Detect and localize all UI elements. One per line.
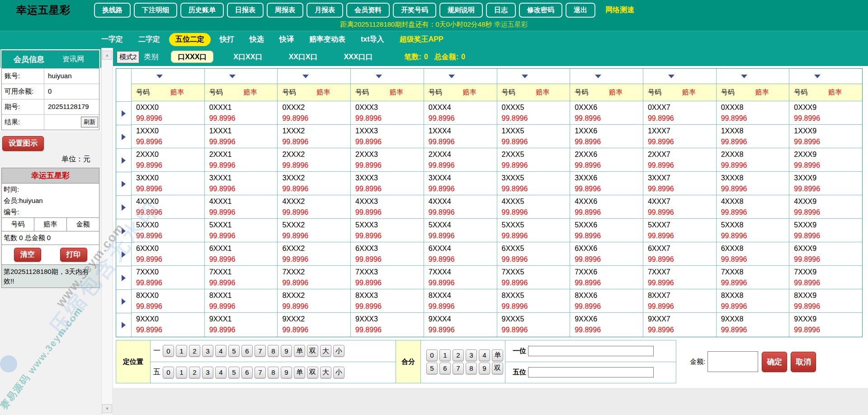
- odds-cell-8XXX9[interactable]: 8XXX999.8996: [789, 289, 862, 313]
- row-select-cell[interactable]: [116, 243, 131, 266]
- row-select-cell[interactable]: [116, 125, 131, 149]
- pick-button-五-2[interactable]: 2: [189, 367, 200, 378]
- odds-cell-1XXX8[interactable]: 1XXX899.8996: [717, 125, 789, 148]
- odds-cell-0XXX3[interactable]: 0XXX399.8996: [351, 101, 424, 125]
- pick-button-五-大[interactable]: 大: [320, 367, 331, 378]
- odds-cell-3XXX4[interactable]: 3XXX499.8996: [424, 172, 497, 195]
- odds-cell-9XXX3[interactable]: 9XXX399.8996: [351, 313, 424, 336]
- pick-button-一-7[interactable]: 7: [255, 345, 266, 357]
- set-image-button[interactable]: 设置图示: [2, 136, 44, 151]
- pick-button-五-单[interactable]: 单: [294, 367, 305, 378]
- odds-cell-8XXX4[interactable]: 8XXX499.8996: [424, 289, 497, 313]
- odds-cell-8XXX3[interactable]: 8XXX399.8996: [351, 289, 424, 313]
- odds-cell-7XXX3[interactable]: 7XXX399.8996: [351, 266, 424, 289]
- odds-cell-8XXX6[interactable]: 8XXX699.8996: [570, 289, 643, 313]
- nav-button-开奖号码[interactable]: 开奖号码: [393, 3, 436, 18]
- row-select-cell[interactable]: [116, 196, 131, 219]
- odds-cell-9XXX7[interactable]: 9XXX799.8996: [643, 313, 716, 336]
- pick-button-一-单[interactable]: 单: [294, 345, 305, 357]
- nav-button-日志[interactable]: 日志: [486, 3, 516, 18]
- odds-cell-3XXX2[interactable]: 3XXX299.8996: [278, 172, 350, 195]
- odds-cell-2XXX1[interactable]: 2XXX199.8996: [205, 148, 278, 172]
- odds-cell-7XXX7[interactable]: 7XXX799.8996: [643, 266, 716, 289]
- odds-cell-9XXX8[interactable]: 9XXX899.8996: [717, 313, 789, 336]
- pick-button-五-9[interactable]: 9: [281, 367, 292, 378]
- odds-cell-7XXX8[interactable]: 7XXX899.8996: [717, 266, 789, 289]
- odds-cell-4XXX0[interactable]: 4XXX099.8996: [132, 195, 204, 219]
- odds-cell-6XXX2[interactable]: 6XXX299.8996: [278, 242, 350, 266]
- odds-cell-1XXX6[interactable]: 1XXX699.8996: [570, 125, 643, 148]
- cancel-button[interactable]: 取消: [791, 352, 816, 372]
- sum-button-单[interactable]: 单: [492, 349, 503, 361]
- odds-cell-6XXX4[interactable]: 6XXX499.8996: [424, 242, 497, 266]
- odds-cell-6XXX0[interactable]: 6XXX099.8996: [132, 242, 204, 266]
- odds-cell-2XXX9[interactable]: 2XXX999.8996: [789, 148, 862, 172]
- odds-cell-6XXX9[interactable]: 6XXX999.8996: [789, 242, 862, 266]
- confirm-button[interactable]: 确定: [762, 352, 787, 372]
- odds-cell-5XXX2[interactable]: 5XXX299.8996: [278, 219, 350, 242]
- pick-button-五-7[interactable]: 7: [255, 367, 266, 378]
- nav-button-换线路[interactable]: 换线路: [94, 3, 131, 18]
- odds-cell-2XXX5[interactable]: 2XXX599.8996: [497, 148, 570, 172]
- pick-button-一-8[interactable]: 8: [268, 345, 279, 357]
- odds-cell-1XXX0[interactable]: 1XXX099.8996: [132, 125, 204, 148]
- category-tab-XXX口口[interactable]: XXX口口: [337, 51, 379, 62]
- tab-快译[interactable]: 快译: [273, 33, 300, 46]
- column-dropdown[interactable]: [717, 69, 789, 84]
- nav-button-下注明细[interactable]: 下注明细: [134, 3, 177, 18]
- mode-button[interactable]: 模式2: [117, 51, 139, 63]
- odds-cell-8XXX1[interactable]: 8XXX199.8996: [205, 289, 278, 313]
- odds-cell-3XXX0[interactable]: 3XXX099.8996: [132, 172, 204, 195]
- nav-button-修改密码[interactable]: 修改密码: [519, 3, 562, 18]
- sum-button-4[interactable]: 4: [479, 349, 490, 361]
- odds-cell-3XXX6[interactable]: 3XXX699.8996: [570, 172, 643, 195]
- tab-txt导入[interactable]: txt导入: [354, 33, 391, 46]
- odds-cell-6XXX6[interactable]: 6XXX699.8996: [570, 242, 643, 266]
- odds-cell-0XXX4[interactable]: 0XXX499.8996: [424, 101, 497, 125]
- column-dropdown[interactable]: [351, 69, 424, 84]
- nav-button-历史账单[interactable]: 历史账单: [180, 3, 224, 18]
- odds-cell-3XXX3[interactable]: 3XXX399.8996: [351, 172, 424, 195]
- odds-cell-0XXX5[interactable]: 0XXX599.8996: [497, 101, 570, 125]
- row-select-cell[interactable]: [116, 219, 131, 243]
- odds-cell-5XXX1[interactable]: 5XXX199.8996: [205, 219, 278, 242]
- pick-button-五-8[interactable]: 8: [268, 367, 279, 378]
- sum-button-1[interactable]: 1: [439, 349, 451, 361]
- sum-button-5[interactable]: 5: [426, 363, 438, 374]
- refresh-button[interactable]: 刷新: [81, 117, 98, 127]
- pick-button-五-小[interactable]: 小: [333, 367, 344, 378]
- odds-cell-9XXX9[interactable]: 9XXX999.8996: [789, 313, 862, 336]
- odds-cell-8XXX5[interactable]: 8XXX599.8996: [497, 289, 570, 313]
- sum-button-8[interactable]: 8: [466, 363, 477, 374]
- pick-button-一-5[interactable]: 5: [228, 345, 240, 357]
- odds-cell-6XXX5[interactable]: 6XXX599.8996: [497, 242, 570, 266]
- odds-cell-8XXX0[interactable]: 8XXX099.8996: [132, 289, 204, 313]
- odds-cell-7XXX9[interactable]: 7XXX999.8996: [789, 266, 862, 289]
- pick-button-一-3[interactable]: 3: [202, 345, 213, 357]
- odds-cell-7XXX6[interactable]: 7XXX699.8996: [570, 266, 643, 289]
- odds-cell-4XXX2[interactable]: 4XXX299.8996: [278, 195, 350, 219]
- column-dropdown[interactable]: [205, 69, 278, 84]
- row-select-cell[interactable]: [116, 313, 131, 337]
- odds-cell-5XXX5[interactable]: 5XXX599.8996: [497, 219, 570, 242]
- row-select-cell[interactable]: [116, 149, 131, 172]
- row-select-cell[interactable]: [116, 172, 131, 196]
- pick-button-五-双[interactable]: 双: [307, 367, 318, 378]
- vertical-scrollbar[interactable]: ▲ ▼: [101, 48, 113, 415]
- odds-cell-7XXX1[interactable]: 7XXX199.8996: [205, 266, 278, 289]
- odds-cell-2XXX2[interactable]: 2XXX299.8996: [278, 148, 350, 172]
- nav-button-月报表[interactable]: 月报表: [307, 3, 343, 18]
- tab-二字定[interactable]: 二字定: [132, 33, 166, 46]
- category-tab-口XXX口[interactable]: 口XXX口: [171, 51, 213, 63]
- odds-cell-5XXX4[interactable]: 5XXX499.8996: [424, 219, 497, 242]
- odds-cell-0XXX7[interactable]: 0XXX799.8996: [643, 101, 716, 125]
- odds-cell-6XXX3[interactable]: 6XXX399.8996: [351, 242, 424, 266]
- column-dropdown[interactable]: [278, 69, 350, 84]
- odds-cell-9XXX0[interactable]: 9XXX099.8996: [132, 313, 204, 336]
- odds-cell-6XXX1[interactable]: 6XXX199.8996: [205, 242, 278, 266]
- odds-cell-7XXX2[interactable]: 7XXX299.8996: [278, 266, 350, 289]
- scroll-up-icon[interactable]: ▲: [102, 51, 112, 60]
- odds-cell-7XXX4[interactable]: 7XXX499.8996: [424, 266, 497, 289]
- odds-cell-0XXX8[interactable]: 0XXX899.8996: [717, 101, 789, 125]
- odds-cell-4XXX9[interactable]: 4XXX999.8996: [789, 195, 862, 219]
